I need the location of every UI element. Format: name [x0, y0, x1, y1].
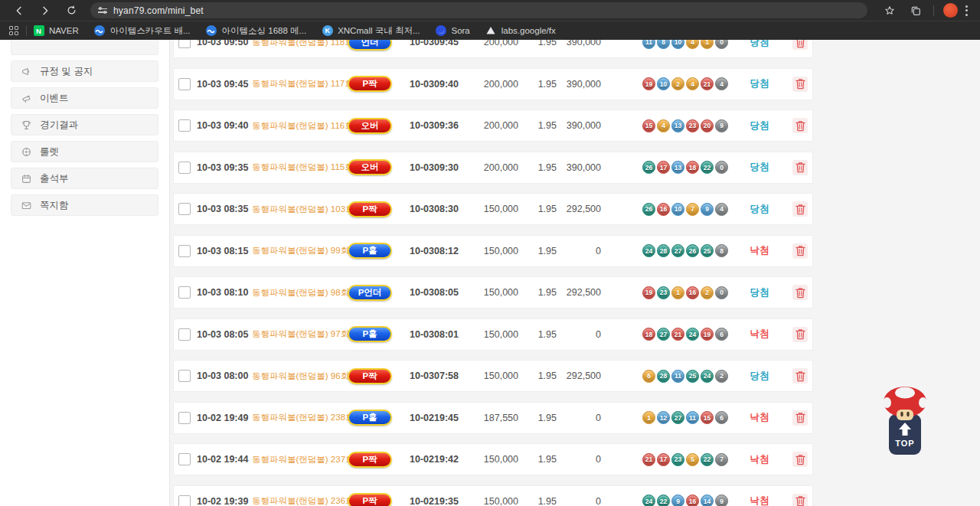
lottery-ball: 27	[671, 244, 684, 257]
result-balls: 6281125242	[642, 370, 733, 383]
apps-grid-icon[interactable]	[9, 26, 18, 35]
reload-icon[interactable]	[63, 2, 80, 19]
game-name: 동행파워볼(랜덤볼) 103회차	[252, 204, 344, 215]
sidebar-item-label: 쪽지함	[40, 199, 69, 212]
sidebar-item-messages[interactable]: 쪽지함	[11, 194, 158, 216]
bookmark-star-icon[interactable]	[881, 2, 898, 19]
lottery-ball: 25	[701, 244, 714, 257]
row-checkbox[interactable]	[178, 40, 191, 48]
sidebar-item-roulette[interactable]: 룰렛	[11, 141, 158, 162]
top-label: TOP	[880, 439, 929, 448]
game-name: 동행파워볼(랜덤볼) 236회차	[252, 495, 344, 506]
sidebar-item-partial[interactable]	[11, 40, 158, 55]
delete-button[interactable]	[792, 327, 808, 342]
lottery-ball: 22	[701, 161, 714, 174]
win-amount: 292,500	[557, 371, 601, 381]
delete-button[interactable]	[792, 368, 808, 384]
lottery-ball: 16	[686, 495, 699, 506]
result-status: 낙첨	[733, 411, 786, 424]
forward-icon[interactable]	[37, 2, 54, 19]
pick-badge: P홀	[348, 410, 392, 426]
menu-icon[interactable]	[965, 5, 968, 16]
result-status: 낙첨	[733, 453, 786, 466]
back-icon[interactable]	[11, 2, 28, 19]
delete-button[interactable]	[792, 494, 808, 506]
bet-date: 10-03 09:35	[197, 162, 252, 173]
row-checkbox[interactable]	[178, 245, 191, 257]
lottery-ball: 17	[657, 161, 670, 174]
bet-rows: 10-03 09:50동행파워볼(랜덤볼) 118회차언더10-0309:452…	[173, 40, 980, 506]
lottery-ball: 21	[671, 328, 684, 341]
row-checkbox[interactable]	[178, 162, 191, 174]
odds-value: 1.95	[518, 79, 557, 90]
win-amount: 292,500	[557, 287, 601, 298]
result-time: 10-0308:30	[396, 204, 472, 214]
bookmark-sora[interactable]: Sora	[435, 25, 469, 37]
row-checkbox[interactable]	[178, 328, 191, 341]
result-status: 낙첨	[733, 244, 786, 257]
row-checkbox[interactable]	[178, 412, 191, 424]
roulette-icon	[21, 146, 32, 158]
delete-button[interactable]	[792, 243, 808, 259]
sidebar-item-event[interactable]: 이벤트	[11, 87, 158, 109]
result-status: 낙첨	[733, 495, 786, 506]
browser-toolbar: hyan79.com/mini_bet	[0, 0, 980, 21]
sidebar-item-attendance[interactable]: 출석부	[11, 168, 158, 189]
delete-button[interactable]	[792, 201, 808, 217]
row-checkbox[interactable]	[178, 370, 191, 382]
delete-button[interactable]	[792, 285, 808, 300]
row-checkbox[interactable]	[178, 203, 191, 215]
result-status: 당첨	[733, 161, 786, 174]
lottery-ball: 13	[671, 161, 684, 174]
bet-amount: 150,000	[472, 204, 518, 214]
lottery-ball: 0	[715, 286, 728, 299]
bet-amount: 150,000	[472, 246, 518, 256]
pick-badge: P홀	[348, 243, 392, 259]
result-time: 10-0309:36	[396, 120, 472, 131]
sora-icon	[435, 25, 446, 37]
lottery-ball: 5	[686, 453, 699, 466]
lottery-ball: 16	[686, 286, 699, 299]
bookmark-itemscout[interactable]: 아이템스카우트 배...	[94, 25, 191, 37]
tab-groups-icon[interactable]	[907, 2, 924, 19]
url-bar[interactable]: hyan79.com/mini_bet	[90, 2, 867, 18]
sidebar-item-results[interactable]: 경기결과	[11, 114, 158, 135]
delete-button[interactable]	[792, 452, 808, 467]
result-balls: 191024214	[642, 77, 733, 90]
game-name: 동행파워볼(랜덤볼) 96회차	[252, 371, 344, 382]
event-icon	[21, 93, 32, 104]
lottery-ball: 6	[715, 328, 728, 341]
odds-value: 1.95	[518, 246, 557, 256]
bookmark-naver[interactable]: N NAVER	[33, 25, 79, 37]
sidebar-item-notice[interactable]: 규정 및 공지	[11, 60, 158, 82]
bookmark-xncmall[interactable]: K XNCmall 국내 최저...	[322, 25, 420, 37]
bet-date: 10-03 08:35	[197, 204, 252, 214]
lottery-ball: 9	[715, 119, 728, 132]
bet-amount: 150,000	[472, 329, 518, 340]
delete-button[interactable]	[792, 118, 808, 133]
bookmark-labs-google[interactable]: labs.google/fx	[485, 25, 556, 37]
profile-avatar[interactable]	[943, 3, 958, 18]
lottery-ball: 10	[657, 77, 670, 90]
odds-value: 1.95	[518, 371, 557, 381]
toolbar-divider	[933, 5, 934, 16]
bookmark-itemsourcing[interactable]: 아이템소싱 1688 메...	[206, 25, 307, 37]
attendance-icon	[21, 173, 32, 184]
scroll-top-button[interactable]: TOP	[880, 384, 929, 456]
row-checkbox[interactable]	[178, 495, 191, 506]
delete-button[interactable]	[792, 160, 808, 175]
lottery-ball: 12	[657, 411, 670, 424]
row-checkbox[interactable]	[178, 119, 191, 132]
game-name: 동행파워볼(랜덤볼) 99회차	[252, 245, 344, 256]
win-amount: 390,000	[557, 40, 601, 47]
delete-button[interactable]	[792, 410, 808, 426]
lottery-ball: 8	[715, 244, 728, 257]
row-checkbox[interactable]	[178, 453, 191, 465]
result-balls: 11810410	[642, 40, 733, 49]
delete-button[interactable]	[792, 40, 808, 50]
site-settings-icon[interactable]	[98, 8, 107, 13]
row-checkbox[interactable]	[178, 78, 191, 90]
result-balls: 1122711156	[642, 411, 733, 424]
row-checkbox[interactable]	[178, 286, 191, 299]
delete-button[interactable]	[792, 77, 808, 92]
